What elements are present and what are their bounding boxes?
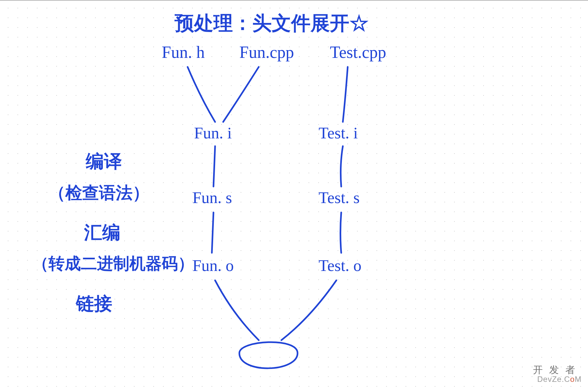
diagram-title: 预处理：头文件展开☆ xyxy=(175,10,369,37)
label-assemble-note: （转成二进制机器码） xyxy=(32,253,194,275)
node-fun-h: Fun. h xyxy=(162,43,205,62)
node-fun-o: Fun. o xyxy=(192,256,234,275)
label-compile: 编译 xyxy=(86,149,122,174)
node-test-cpp: Test.cpp xyxy=(330,43,386,62)
node-test-o: Test. o xyxy=(319,256,362,275)
node-test-i: Test. i xyxy=(319,124,358,142)
node-fun-s: Fun. s xyxy=(192,188,232,207)
node-fun-cpp: Fun.cpp xyxy=(239,43,294,62)
label-link: 链接 xyxy=(76,292,112,316)
label-assemble: 汇编 xyxy=(84,221,120,245)
node-test-s: Test. s xyxy=(319,188,360,207)
watermark: 开发者 DevZe.CoM xyxy=(533,364,582,383)
node-fun-i: Fun. i xyxy=(194,124,232,142)
watermark-line1: 开发者 xyxy=(533,364,582,375)
watermark-line2: DevZe.CoM xyxy=(533,375,582,383)
label-compile-note: （检查语法） xyxy=(49,182,149,204)
